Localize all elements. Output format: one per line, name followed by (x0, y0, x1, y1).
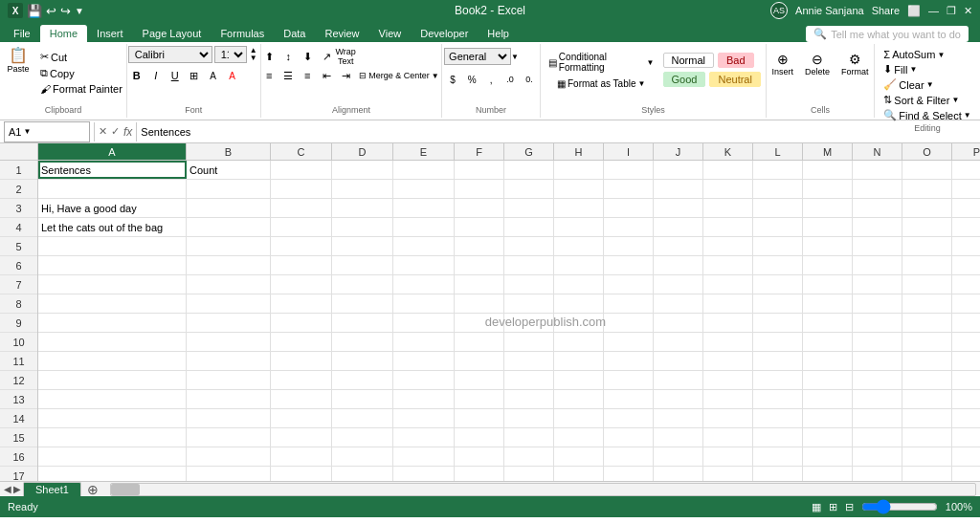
cell-O2[interactable] (902, 180, 952, 198)
delete-btn[interactable]: ⊖ Delete (801, 50, 834, 78)
col-header-n[interactable]: N (853, 143, 902, 160)
cell-J7[interactable] (654, 275, 703, 294)
col-header-g[interactable]: G (504, 143, 554, 160)
cell-G13[interactable] (504, 390, 554, 408)
cell-A8[interactable] (38, 294, 187, 313)
cell-J8[interactable] (654, 294, 703, 313)
col-header-p[interactable]: P (952, 143, 980, 160)
align-middle-btn[interactable]: ↕ (279, 48, 297, 65)
cell-M1[interactable] (803, 161, 853, 179)
scroll-thumb[interactable] (111, 484, 140, 495)
clear-btn[interactable]: 🧹 Clear ▼ (880, 77, 936, 92)
cell-G6[interactable] (504, 256, 554, 274)
cell-C3[interactable] (271, 199, 332, 217)
cell-O15[interactable] (902, 428, 952, 447)
cell-L6[interactable] (753, 256, 803, 274)
cell-A15[interactable] (38, 428, 187, 447)
col-header-b[interactable]: B (187, 143, 271, 160)
cell-J12[interactable] (654, 371, 703, 389)
col-header-m[interactable]: M (803, 143, 853, 160)
col-header-i[interactable]: I (604, 143, 654, 160)
cell-J10[interactable] (654, 333, 703, 351)
col-header-k[interactable]: K (703, 143, 753, 160)
cell-A12[interactable] (38, 371, 187, 389)
cell-G17[interactable] (504, 467, 554, 481)
cell-I16[interactable] (604, 447, 654, 466)
cell-J9[interactable] (654, 314, 703, 332)
cell-N3[interactable] (853, 199, 902, 217)
cell-D2[interactable] (332, 180, 393, 198)
cell-A3[interactable]: Hi, Have a good day (38, 199, 187, 217)
indent-increase-btn[interactable]: ⇥ (337, 67, 354, 84)
redo-qa-btn[interactable]: ↪ (60, 4, 71, 18)
cell-O16[interactable] (902, 447, 952, 466)
cell-B9[interactable] (187, 314, 271, 332)
tab-developer[interactable]: Developer (411, 25, 478, 42)
cell-B8[interactable] (187, 294, 271, 313)
cell-D13[interactable] (332, 390, 393, 408)
align-right-btn[interactable]: ≡ (299, 67, 316, 84)
cell-I8[interactable] (604, 294, 654, 313)
zoom-slider[interactable] (861, 501, 938, 512)
cell-M12[interactable] (803, 371, 853, 389)
horizontal-scrollbar[interactable] (110, 483, 976, 496)
cell-I3[interactable] (604, 199, 654, 217)
cell-I12[interactable] (604, 371, 654, 389)
number-format-select[interactable]: General (444, 48, 511, 65)
cell-J6[interactable] (654, 256, 703, 274)
cell-F17[interactable] (455, 467, 504, 481)
col-header-l[interactable]: L (753, 143, 803, 160)
cell-P15[interactable] (952, 428, 980, 447)
cell-M7[interactable] (803, 275, 853, 294)
cell-N5[interactable] (853, 237, 902, 255)
col-header-d[interactable]: D (332, 143, 393, 160)
cell-K15[interactable] (703, 428, 753, 447)
cell-B14[interactable] (187, 409, 271, 427)
cell-I15[interactable] (604, 428, 654, 447)
cell-L8[interactable] (753, 294, 803, 313)
cell-H3[interactable] (554, 199, 604, 217)
cell-I1[interactable] (604, 161, 654, 179)
cell-P4[interactable] (952, 218, 980, 236)
cell-K8[interactable] (703, 294, 753, 313)
cell-C13[interactable] (271, 390, 332, 408)
cell-F10[interactable] (455, 333, 504, 351)
font-size-select[interactable]: 11 (214, 46, 247, 63)
cell-M10[interactable] (803, 333, 853, 351)
cell-H10[interactable] (554, 333, 604, 351)
cell-E17[interactable] (393, 467, 455, 481)
cell-F5[interactable] (455, 237, 504, 255)
row-num-11[interactable]: 11 (0, 352, 37, 371)
cell-A14[interactable] (38, 409, 187, 427)
cell-F11[interactable] (455, 352, 504, 370)
cell-N10[interactable] (853, 333, 902, 351)
percent-btn[interactable]: % (463, 71, 480, 88)
tab-view[interactable]: View (369, 25, 412, 42)
cell-K17[interactable] (703, 467, 753, 481)
cell-B13[interactable] (187, 390, 271, 408)
cell-O17[interactable] (902, 467, 952, 481)
fill-color-button[interactable]: A (205, 67, 222, 84)
cell-D11[interactable] (332, 352, 393, 370)
tab-data[interactable]: Data (274, 25, 315, 42)
cell-O14[interactable] (902, 409, 952, 427)
cell-C17[interactable] (271, 467, 332, 481)
cell-H4[interactable] (554, 218, 604, 236)
cell-K14[interactable] (703, 409, 753, 427)
cell-G8[interactable] (504, 294, 554, 313)
style-neutral[interactable]: Neutral (709, 72, 760, 87)
cell-D5[interactable] (332, 237, 393, 255)
cell-C11[interactable] (271, 352, 332, 370)
cell-C14[interactable] (271, 409, 332, 427)
format-btn[interactable]: ⚙ Format (837, 50, 873, 78)
col-header-j[interactable]: J (654, 143, 703, 160)
cell-H9[interactable] (554, 314, 604, 332)
row-num-9[interactable]: 9 (0, 314, 37, 333)
cell-L3[interactable] (753, 199, 803, 217)
close-btn[interactable]: ✕ (964, 5, 972, 17)
cell-K5[interactable] (703, 237, 753, 255)
cell-B5[interactable] (187, 237, 271, 255)
cell-F14[interactable] (455, 409, 504, 427)
cell-O7[interactable] (902, 275, 952, 294)
cell-N9[interactable] (853, 314, 902, 332)
